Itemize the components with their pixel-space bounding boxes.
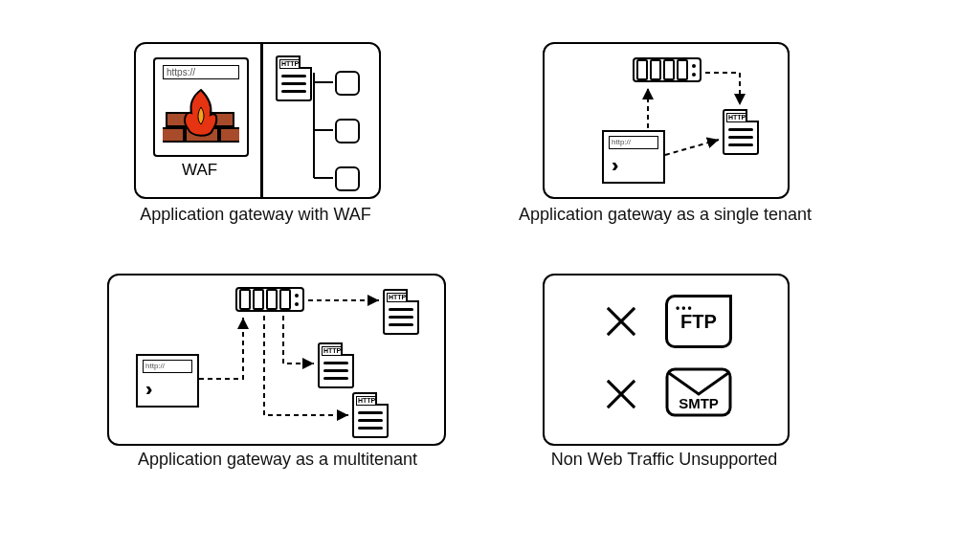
multi-browser: http:// ››: [136, 354, 199, 408]
panel-multitenant: http:// ›› HTTP HTTP HTTP: [107, 274, 446, 446]
ftp-box: FTP •••: [665, 295, 732, 348]
chevrons-icon: ››: [612, 154, 612, 176]
firewall-icon: [163, 84, 239, 147]
single-browser: http:// ››: [602, 130, 665, 184]
smtp-envelope: SMTP: [665, 367, 732, 417]
caption-single: Application gateway as a single tenant: [517, 205, 813, 225]
multi-http-doc-1: HTTP: [383, 289, 419, 335]
waf-divider: [260, 44, 263, 197]
panel-nonweb: FTP ••• SMTP: [543, 274, 790, 446]
panel-waf: https:// WAF HTTP: [134, 42, 381, 199]
caption-nonweb: Non Web Traffic Unsupported: [543, 450, 786, 470]
ftp-dots: •••: [676, 301, 694, 315]
waf-url-bar: https://: [163, 65, 239, 79]
caption-waf: Application gateway with WAF: [134, 205, 377, 225]
single-http-doc: HTTP: [723, 109, 759, 155]
single-load-balancer: [633, 57, 702, 82]
multi-http-doc-3: HTTP: [352, 392, 389, 438]
multi-http-doc-2: HTTP: [318, 342, 354, 388]
waf-http-doc: HTTP: [276, 55, 312, 101]
chevrons-icon: ››: [145, 378, 146, 400]
panel-single-tenant: HTTP http:// ››: [543, 42, 790, 199]
waf-label: WAF: [182, 161, 217, 180]
waf-node-1: [335, 71, 360, 96]
svg-rect-2: [163, 128, 184, 142]
x-icon-smtp: [602, 375, 640, 413]
caption-multi: Application gateway as a multitenant: [124, 450, 431, 470]
waf-node-2: [335, 119, 360, 143]
waf-node-3: [335, 166, 360, 191]
x-icon-ftp: [602, 302, 640, 341]
svg-rect-4: [220, 128, 239, 142]
waf-firewall-box: https://: [153, 57, 249, 157]
multi-load-balancer: [235, 287, 304, 312]
